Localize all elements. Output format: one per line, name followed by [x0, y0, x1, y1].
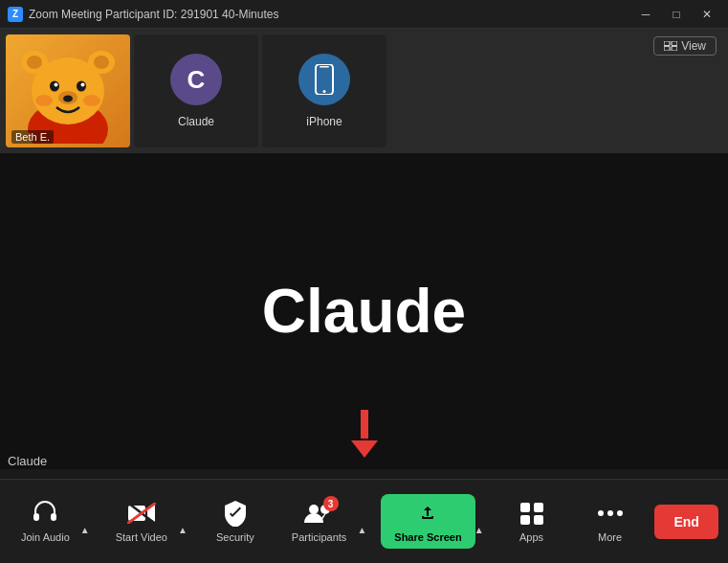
svg-point-13: [83, 95, 100, 106]
participant-thumb-iphone[interactable]: iPhone: [262, 34, 386, 147]
svg-point-8: [55, 83, 58, 87]
apps-icon: [517, 500, 547, 527]
bottom-speaker-label: Claude: [8, 454, 47, 468]
svg-point-16: [323, 90, 326, 93]
svg-point-11: [63, 96, 73, 102]
participants-count: 3: [323, 496, 339, 511]
share-screen-icon: [412, 500, 443, 527]
participants-button[interactable]: 3 Participants: [280, 492, 358, 551]
svg-point-7: [77, 81, 86, 92]
svg-point-4: [27, 56, 42, 69]
svg-rect-32: [534, 515, 543, 525]
apps-button[interactable]: Apps: [498, 492, 565, 551]
start-video-label: Start Video: [116, 531, 167, 543]
svg-rect-20: [672, 47, 677, 52]
svg-point-12: [35, 95, 53, 106]
share-screen-label: Share Screen: [394, 531, 461, 543]
video-off-icon: [126, 500, 157, 527]
end-button[interactable]: End: [654, 505, 717, 539]
participant-thumb-claude[interactable]: C Claude: [134, 34, 258, 147]
more-group: More: [577, 492, 644, 551]
claude-initial: C: [170, 54, 222, 105]
maximize-button[interactable]: □: [663, 4, 690, 25]
share-screen-button[interactable]: Share Screen: [381, 494, 474, 549]
beth-name-label: Beth E.: [11, 130, 54, 144]
view-button-label: View: [681, 39, 706, 53]
participants-strip: Beth E. C Claude iPhone View: [0, 29, 728, 153]
security-group: Security: [202, 492, 269, 551]
join-audio-label: Join Audio: [21, 531, 70, 543]
share-screen-chevron[interactable]: ▲: [472, 508, 487, 535]
iphone-name-label: iPhone: [306, 115, 342, 128]
join-audio-group: Join Audio ▲: [10, 492, 93, 551]
svg-rect-29: [520, 503, 530, 512]
window-controls: ─ □ ✕: [632, 4, 720, 25]
minimize-button[interactable]: ─: [632, 4, 659, 25]
svg-rect-15: [320, 66, 329, 68]
apps-label: Apps: [519, 531, 543, 543]
more-icon: [595, 500, 626, 527]
svg-rect-30: [534, 503, 543, 512]
arrow-indicator: [351, 410, 378, 458]
svg-point-34: [607, 510, 613, 516]
apps-group: Apps: [498, 492, 565, 551]
svg-rect-17: [664, 41, 670, 46]
participants-icon: 3: [304, 500, 335, 527]
arrow-head: [351, 440, 378, 458]
svg-point-6: [50, 81, 59, 92]
share-screen-group: Share Screen ▲: [381, 494, 486, 549]
svg-rect-31: [520, 515, 530, 525]
app-icon: Z: [8, 7, 23, 22]
start-video-chevron[interactable]: ▲: [175, 508, 190, 535]
claude-name-label: Claude: [178, 115, 214, 128]
title-bar: Z Zoom Meeting Participant ID: 291901 40…: [0, 0, 728, 29]
close-button[interactable]: ✕: [694, 4, 720, 25]
iphone-initial: [298, 54, 350, 105]
arrow-stem: [361, 410, 368, 439]
more-button[interactable]: More: [577, 492, 644, 551]
join-audio-chevron[interactable]: ▲: [77, 508, 93, 535]
svg-rect-19: [664, 47, 670, 52]
more-label: More: [598, 531, 622, 543]
svg-point-9: [81, 83, 85, 87]
svg-rect-22: [51, 513, 56, 521]
svg-rect-18: [672, 41, 677, 46]
title-text: Zoom Meeting Participant ID: 291901 40-M…: [29, 8, 632, 21]
participants-chevron[interactable]: ▲: [354, 508, 369, 535]
security-label: Security: [216, 531, 254, 543]
participants-group: 3 Participants ▲: [280, 492, 369, 551]
svg-point-35: [617, 510, 623, 516]
security-icon: [220, 500, 251, 527]
view-button[interactable]: View: [653, 36, 717, 56]
main-speaker-name: Claude: [262, 276, 466, 347]
toolbar: Join Audio ▲ Start Video ▲: [0, 479, 728, 563]
security-button[interactable]: Security: [202, 492, 269, 551]
svg-point-5: [94, 56, 109, 69]
join-audio-button[interactable]: Join Audio: [10, 492, 81, 551]
start-video-group: Start Video ▲: [104, 492, 190, 551]
participants-label: Participants: [292, 531, 346, 543]
svg-rect-21: [33, 513, 39, 521]
svg-point-27: [309, 505, 319, 514]
svg-point-33: [598, 510, 604, 516]
participant-thumb-beth[interactable]: Beth E.: [6, 34, 130, 147]
start-video-button[interactable]: Start Video: [104, 492, 179, 551]
headphone-icon: [30, 500, 60, 527]
